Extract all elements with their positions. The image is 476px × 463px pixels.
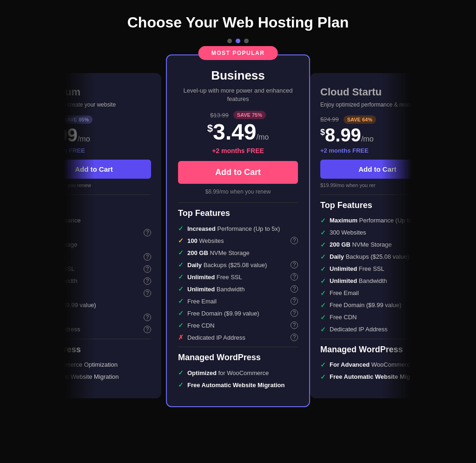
info-icon[interactable]: ? <box>144 314 151 321</box>
biz-feature-bandwidth: ✓ Unlimited Bandwidth ? <box>178 285 298 293</box>
cloud-main-price: $8.99 <box>320 126 361 144</box>
info-icon[interactable]: ? <box>291 309 298 317</box>
feature-domain: ✓ main ($9.99 value) <box>64 302 151 309</box>
cloud-feature-websites: ✓ 300 Websites <box>320 229 412 236</box>
card-business: MOST POPULAR Business Level-up with more… <box>166 54 310 407</box>
info-icon[interactable]: ? <box>291 261 298 268</box>
check-icon: ✓ <box>320 277 326 285</box>
premium-name: Premium <box>64 86 151 98</box>
dot-1[interactable] <box>227 39 232 43</box>
info-icon[interactable]: ? <box>291 334 298 341</box>
info-icon[interactable]: ? <box>144 229 151 236</box>
premium-free-months: +2 months FREE <box>64 147 151 154</box>
check-icon: ✓ <box>320 373 326 381</box>
info-icon[interactable]: ? <box>291 237 298 244</box>
page-title: Choose Your Web Hosting Plan <box>0 0 476 39</box>
cloud-main-price-wrap: $8.99 /mo <box>320 126 412 144</box>
premium-features-title: res <box>64 201 151 210</box>
premium-price-row: $12.99 SAVE 85% <box>64 115 151 124</box>
info-icon[interactable]: ? <box>144 265 151 273</box>
biz-feature-domain: ✓ Free Domain ($9.99 value) ? <box>178 309 298 317</box>
check-icon: ✓ <box>320 326 326 333</box>
info-icon[interactable]: ? <box>144 289 151 297</box>
business-free-months: +2 months FREE <box>178 147 298 154</box>
cloud-feature-cdn: ✓ Free CDN <box>320 314 412 321</box>
dot-3[interactable] <box>244 39 249 43</box>
feature-backups: ✓ ackups ? <box>64 253 151 261</box>
cloud-feature-bandwidth: ✓ Unlimited Bandwidth <box>320 277 412 285</box>
cloud-renew-text: $19.99/mo when you rer <box>320 182 412 188</box>
cloud-wp-migration: ✓ Free Automatic Website Mig <box>320 373 412 381</box>
check-icon: ✓ <box>320 289 326 297</box>
check-icon: ✓ <box>320 361 326 369</box>
biz-feature-ip: ✗ Dedicated IP Address ? <box>178 334 298 341</box>
business-per-mo: /mo <box>257 133 269 141</box>
business-main-price: $3.49 <box>207 121 257 143</box>
check-icon: ✓ <box>320 229 326 236</box>
check-icon: ✓ <box>178 381 184 389</box>
info-icon[interactable]: ? <box>144 326 151 333</box>
business-name: Business <box>178 68 298 83</box>
check-icon: ✓ <box>178 322 184 329</box>
feature-bandwidth: ✓ l Bandwidth ? <box>64 277 151 285</box>
business-wp-title: Managed WordPress <box>178 353 298 362</box>
check-icon: ✓ <box>320 265 326 273</box>
wp-migration: ✓ utomatic Website Migration <box>64 373 151 381</box>
premium-main-price-wrap: $1.99 /mo <box>64 126 151 144</box>
feature-email: ✓ il ? <box>64 289 151 297</box>
check-icon: ✓ <box>320 217 326 224</box>
business-save-badge: SAVE 75% <box>233 111 266 119</box>
biz-feature-cdn: ✓ Free CDN ? <box>178 322 298 329</box>
info-icon[interactable]: ? <box>291 322 298 329</box>
feature-cdn: ✓ ? <box>64 314 151 321</box>
check-icon: ✓ <box>178 369 184 376</box>
check-icon: ✓ <box>178 285 184 293</box>
info-icon[interactable]: ? <box>291 273 298 281</box>
biz-wp-migration: ✓ Free Automatic Website Migration <box>178 381 298 389</box>
cloud-wp-woo: ✓ For Advanced WooCommerc <box>320 361 412 369</box>
cloud-free-months: +2 months FREE <box>320 147 412 154</box>
check-icon: ✓ <box>320 314 326 321</box>
info-icon[interactable]: ? <box>144 277 151 285</box>
card-premium: Premium you need to create your website … <box>64 73 161 398</box>
info-icon[interactable]: ? <box>291 285 298 293</box>
business-price-row: $13.99 SAVE 75% <box>178 111 298 119</box>
feature-sites: ✓ ites ? <box>64 229 151 236</box>
cloud-feature-email: ✓ Free Email <box>320 289 412 297</box>
premium-main-price: $1.99 <box>64 126 78 144</box>
cloud-feature-ssl: ✓ Unlimited Free SSL <box>320 265 412 273</box>
check-icon-yellow: ✓ <box>178 237 184 244</box>
cloud-original-price: $24.99 <box>320 116 339 123</box>
cloud-feature-performance: ✓ Maximum Performance (Up to <box>320 217 412 224</box>
check-icon: ✓ <box>178 261 184 268</box>
cloud-feature-backups: ✓ Daily Backups ($25.08 value) <box>320 253 412 261</box>
carousel-dots <box>0 39 476 43</box>
x-icon: ✗ <box>178 334 184 341</box>
cloud-add-to-cart-button[interactable]: Add to Cart <box>320 160 412 179</box>
cloud-feature-ip: ✓ Dedicated IP Address <box>320 326 412 333</box>
premium-wp-title: WordPress <box>64 345 151 355</box>
check-icon: ✓ <box>320 241 326 248</box>
cloud-desc: Enjoy optimized performance & resources <box>320 101 412 109</box>
premium-add-to-cart-button[interactable]: Add to Cart <box>64 160 151 179</box>
plans-container: Premium you need to create your website … <box>0 54 476 407</box>
business-add-to-cart-button[interactable]: Add to Cart <box>178 161 298 184</box>
biz-feature-storage: ✓ 200 GB NVMe Storage <box>178 249 298 256</box>
cloud-feature-domain: ✓ Free Domain ($9.99 value) <box>320 302 412 309</box>
cloud-per-mo: /mo <box>361 135 374 143</box>
cloud-save-badge: SAVE 64% <box>344 115 376 124</box>
dot-2[interactable] <box>236 39 240 43</box>
info-icon[interactable]: ? <box>144 253 151 261</box>
biz-wp-woo: ✓ Optimized for WooCommerce <box>178 369 298 376</box>
check-icon: ✓ <box>178 225 184 232</box>
info-icon[interactable]: ? <box>291 297 298 305</box>
check-icon: ✓ <box>320 253 326 261</box>
premium-desc: you need to create your website <box>64 101 151 109</box>
check-icon: ✓ <box>178 297 184 305</box>
biz-feature-email: ✓ Free Email ? <box>178 297 298 305</box>
card-premium-wrapper: Premium you need to create your website … <box>64 73 166 398</box>
business-main-price-wrap: $3.49 /mo <box>178 121 298 143</box>
biz-feature-ssl: ✓ Unlimited Free SSL ? <box>178 273 298 281</box>
check-icon: ✓ <box>178 249 184 256</box>
biz-feature-websites: ✓ 100 Websites ? <box>178 237 298 244</box>
